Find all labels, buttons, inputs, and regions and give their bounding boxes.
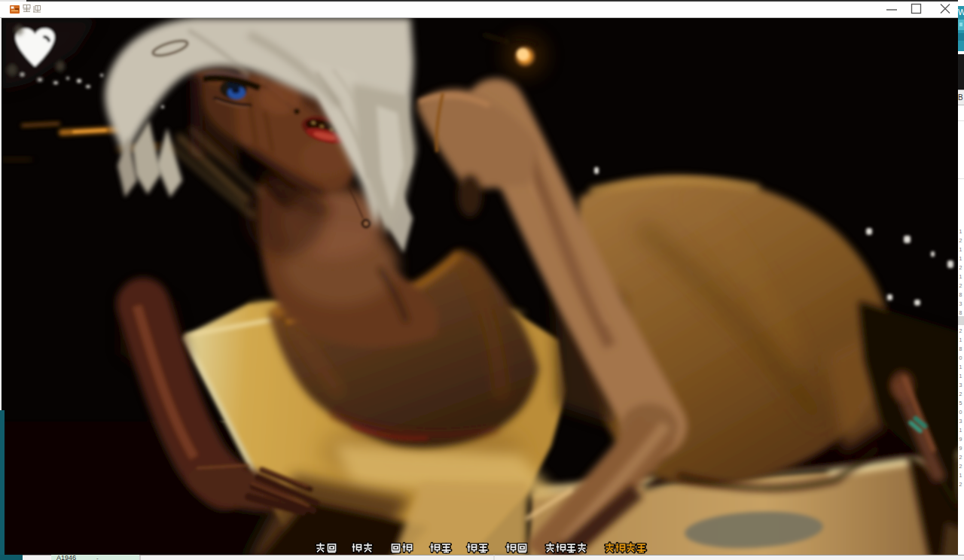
svg-text:1: 1 [959,373,962,379]
svg-text:1: 1 [959,337,962,342]
svg-text:3: 3 [959,418,962,424]
svg-text:W: W [958,8,964,17]
svg-text:3: 3 [959,382,962,388]
svg-text:0: 0 [959,355,962,361]
svg-text:2: 2 [959,391,962,397]
svg-text:1: 1 [959,274,962,279]
svg-text:1: 1 [959,247,962,252]
svg-text:2: 2 [959,482,962,487]
svg-text:9: 9 [959,446,962,451]
svg-text:2: 2 [959,328,962,333]
svg-text:2: 2 [959,283,962,288]
svg-text:1: 1 [959,256,962,261]
svg-text:B: B [958,93,963,102]
svg-text:-: - [96,555,99,560]
svg-text:2: 2 [959,455,962,460]
svg-text:9: 9 [959,437,962,442]
svg-text:8: 8 [959,310,962,315]
svg-text:2: 2 [959,265,962,270]
svg-text:2: 2 [959,238,962,243]
svg-text:1: 1 [959,364,962,370]
svg-text:2: 2 [959,464,962,469]
svg-text:A1946: A1946 [56,555,76,560]
svg-text:1: 1 [959,473,962,478]
svg-text:0: 0 [959,409,962,415]
svg-text:5: 5 [959,400,962,406]
svg-text:3: 3 [959,301,962,306]
svg-text:8: 8 [959,292,962,297]
svg-text:1: 1 [959,229,962,234]
svg-text:8: 8 [959,346,962,352]
svg-text:1: 1 [959,428,962,433]
